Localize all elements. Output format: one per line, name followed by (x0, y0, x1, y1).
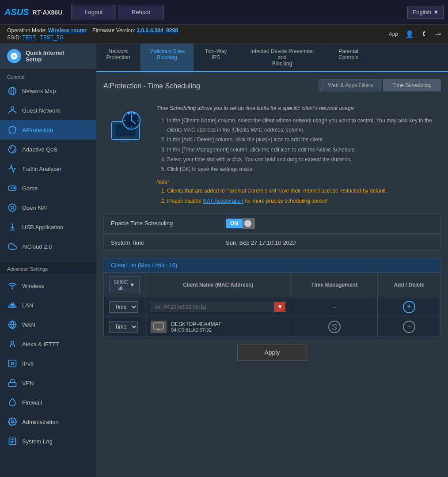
apply-section: Apply (103, 344, 441, 361)
sidebar-item-administration[interactable]: Administration (0, 412, 96, 432)
sidebar-item-open-nat[interactable]: Open NAT (0, 198, 96, 217)
usb-application-icon (7, 222, 18, 232)
sidebar-item-ipv6[interactable]: IPv6 (0, 354, 96, 373)
svg-line-51 (333, 325, 336, 329)
sidebar-item-system-log[interactable]: System Log (0, 432, 96, 451)
sub-tab-time-scheduling[interactable]: Time Scheduling (383, 79, 441, 91)
language-selector[interactable]: English ▼ (407, 6, 444, 19)
sub-tab-web-apps[interactable]: Web & Apps Filters (319, 79, 382, 91)
svg-point-40 (131, 120, 133, 121)
svg-rect-35 (121, 140, 129, 142)
ssid-test5g[interactable]: TEST_5G (40, 34, 64, 41)
logout-button[interactable]: Logout (71, 5, 116, 19)
ssid-test[interactable]: TEST (22, 34, 35, 41)
content-area: AiProtection - Time Scheduling Web & App… (96, 72, 448, 368)
usb-application-label: USB Application (22, 224, 63, 231)
svg-point-26 (11, 363, 14, 365)
open-nat-icon (7, 202, 18, 213)
row1-client-input[interactable] (151, 302, 274, 312)
col-header-time-management: Time Management (291, 273, 378, 297)
tab-infected-device[interactable]: Infected Device Prevention andBlocking (238, 44, 327, 71)
adaptive-qos-label: Adaptive QoS (22, 146, 57, 153)
sidebar-item-adaptive-qos[interactable]: Adaptive QoS (0, 140, 96, 159)
system-log-icon (7, 436, 18, 447)
row2-client-cell: DESKTOP-4FA4MAF 94:C6:91:A2:57:92 (145, 317, 291, 337)
row2-remove-button[interactable] (403, 321, 415, 333)
row1-add-button[interactable]: + (403, 301, 415, 313)
app-label: App (389, 31, 398, 37)
sidebar-item-wan[interactable]: WAN (0, 315, 96, 334)
svg-rect-25 (9, 360, 16, 367)
svg-point-12 (12, 288, 13, 289)
wireless-icon (7, 280, 18, 291)
person-icon[interactable]: 👤 (405, 30, 414, 38)
svg-point-4 (9, 146, 16, 153)
row2-time-management (291, 317, 378, 337)
sidebar-item-firewall[interactable]: Firewall (0, 393, 96, 412)
tab-two-way-ips[interactable]: Two-WayIPS (194, 44, 238, 71)
sidebar-item-aicloud[interactable]: AiCloud 2.0 (0, 237, 96, 256)
logo: ASUS RT-AX86U (4, 7, 62, 17)
nat-acceleration-link[interactable]: NAT Acceleration (203, 198, 243, 204)
tab-parental-controls[interactable]: ParentalControls (327, 44, 371, 71)
clock-illustration (103, 104, 148, 144)
step-2: In the [Add / Delete] column, click the … (167, 135, 441, 144)
ssid-row: SSID: TEST TEST_5G (7, 34, 178, 41)
client-list-header: Client List (Max Limit : 16) (103, 258, 441, 273)
row1-client-cell: ▼ (145, 297, 291, 317)
system-time-label: System Time (111, 239, 226, 246)
sidebar-divider (0, 261, 96, 261)
sidebar-item-network-map[interactable]: Network Map (0, 81, 96, 101)
row1-time-select[interactable]: Time (109, 301, 138, 313)
system-time-value: Sun, Sep 27 17:10:10 2020 (226, 239, 433, 246)
info-intro: Time Scheduling allows you to set up tim… (156, 104, 441, 113)
svg-point-10 (9, 204, 16, 212)
apply-button[interactable]: Apply (237, 344, 307, 361)
col-header-empty: select all ▼ (104, 273, 145, 297)
table-row: Time (104, 317, 441, 337)
display-icon[interactable]: 🕻 (421, 30, 428, 38)
sidebar-item-wireless[interactable]: Wireless (0, 276, 96, 295)
tab-malicious-sites-blocking[interactable]: Malicious SitesBlocking (140, 44, 194, 72)
sidebar-item-guest-network[interactable]: Guest Network (0, 101, 96, 120)
notes-list: Clients that are added to Parental Contr… (167, 186, 441, 205)
sidebar-item-alexa-ifttt[interactable]: Alexa & IFTTT (0, 334, 96, 354)
advanced-settings-label: Advanced Settings (0, 263, 96, 273)
share-icon[interactable]: ⤻ (435, 30, 441, 38)
operation-mode-value: Wireless router (48, 27, 87, 34)
enable-toggle[interactable]: ON (226, 218, 433, 229)
game-icon (7, 183, 18, 193)
tab-network-protection[interactable]: NetworkProtection (96, 44, 140, 71)
select-all-button[interactable]: select all ▼ (109, 276, 140, 293)
operation-mode-label: Operation Mode: (7, 27, 46, 34)
svg-point-42 (133, 112, 135, 114)
sidebar-item-quick-internet-setup[interactable]: Quick InternetSetup (0, 44, 96, 69)
ipv6-icon (7, 358, 18, 369)
guest-network-label: Guest Network (22, 107, 60, 114)
administration-label: Administration (22, 419, 58, 425)
sidebar-item-usb-application[interactable]: USB Application (0, 217, 96, 237)
row1-dropdown-button[interactable]: ▼ (274, 302, 285, 312)
open-nat-label: Open NAT (22, 204, 49, 211)
client-table: select all ▼ Client Name (MAC Address) T… (103, 273, 441, 337)
sidebar-item-aiprotection[interactable]: AiProtection (0, 120, 96, 140)
wan-label: WAN (22, 322, 35, 328)
row2-time-select[interactable]: Time (109, 321, 138, 333)
step-4: Select your time slot with a click. You … (167, 155, 441, 164)
reboot-button[interactable]: Reboot (118, 5, 164, 19)
firewall-icon (7, 397, 18, 408)
sidebar-item-game[interactable]: Game (0, 178, 96, 198)
row1-input-wrap: ▼ (151, 302, 285, 312)
sub-header: Operation Mode: Wireless router Firmware… (0, 25, 448, 44)
network-map-icon (7, 86, 18, 96)
vpn-icon (7, 378, 18, 388)
row2-edit-button[interactable] (328, 321, 341, 333)
alexa-icon (7, 339, 18, 349)
sidebar-item-lan[interactable]: LAN (0, 295, 96, 315)
sidebar-item-traffic-analyzer[interactable]: Traffic Analyzer (0, 159, 96, 178)
sidebar-item-vpn[interactable]: VPN (0, 373, 96, 393)
device-name: DESKTOP-4FA4MAF (171, 321, 221, 327)
svg-point-3 (11, 107, 14, 110)
enable-time-scheduling-row: Enable Time Scheduling ON (103, 213, 441, 234)
firewall-label: Firewall (22, 399, 42, 406)
